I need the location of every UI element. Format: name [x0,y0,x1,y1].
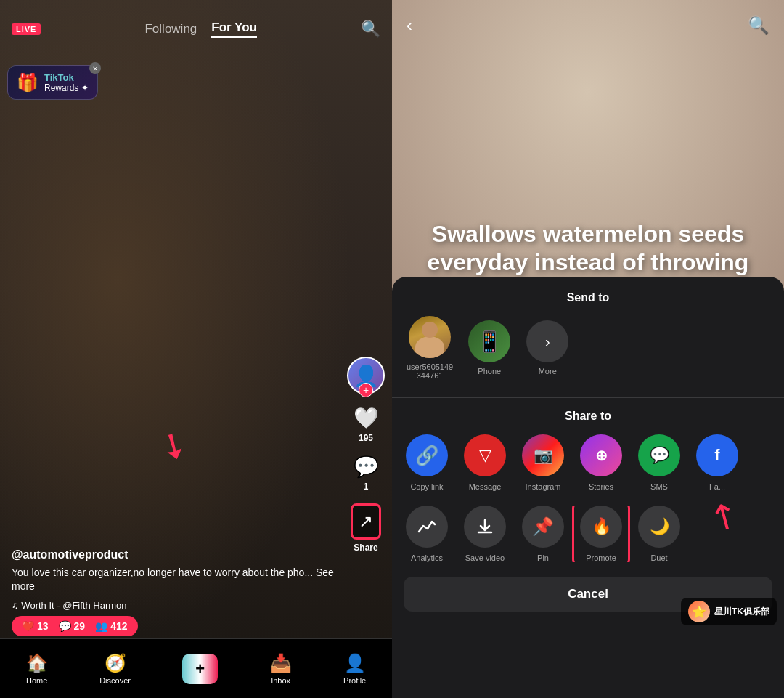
share-instagram[interactable]: 📷 Instagram [520,434,566,491]
send-to-title: Send to [392,291,784,304]
rewards-title: TikTok [44,72,89,83]
creator-username[interactable]: @automotiveproduct [12,548,334,561]
promote-icon: 🔥 [580,506,622,548]
back-button[interactable]: ‹ [407,15,412,36]
bottom-navigation: 🏠 Home 🧭 Discover + 📥 Inbox 👤 Profile [0,638,392,698]
action-promote[interactable]: 🔥 Promote [578,506,624,562]
share-sheet: Send to user5605149 344761 📱 Phone › Mor… [392,277,784,698]
right-search-icon[interactable]: 🔍 [748,15,769,36]
share-button[interactable]: ↗ Share [351,503,381,553]
share-to-title: Share to [392,410,784,423]
rewards-text: TikTok Rewards ✦ [44,72,89,93]
right-video-background: ‹ 🔍 Swallows watermelon seeds everyday i… [392,0,784,305]
share-copy-link[interactable]: 🔗 Copy link [404,434,450,491]
more-label: More [539,367,557,376]
comment-stat-icon: 💬 [59,620,71,632]
follower-stat-icon: 👥 [95,620,107,632]
nav-home[interactable]: 🏠 Home [26,653,48,685]
like-button[interactable]: 🤍 195 [354,406,379,443]
send-to-more[interactable]: › More [526,320,569,376]
share-sms[interactable]: 💬 SMS [636,434,682,491]
home-icon: 🏠 [26,653,48,673]
discover-label: Discover [99,676,131,685]
watermark-icon: ⭐ [688,601,710,622]
follow-plus-badge[interactable]: + [359,383,373,397]
creator-avatar[interactable]: 👤 + [347,357,385,394]
like-count: 195 [359,433,373,443]
inbox-label: Inbox [271,676,290,685]
instagram-label: Instagram [526,482,561,491]
stories-label: Stories [589,482,613,491]
nav-discover[interactable]: 🧭 Discover [99,653,131,685]
divider [392,397,784,398]
analytics-icon [406,506,448,548]
message-icon: ▽ [464,434,506,476]
video-info: @automotiveproduct You love this car org… [12,548,334,611]
tab-for-you[interactable]: For You [211,20,257,38]
sms-icon: 💬 [638,434,680,476]
music-info[interactable]: ♫ Worth It - @Fifth Harmon [12,600,334,611]
discover-icon: 🧭 [105,653,126,673]
comment-stat: 💬 29 [59,620,86,632]
sms-label: SMS [650,482,668,491]
right-top-bar: ‹ 🔍 [392,0,784,51]
action-save-video[interactable]: Save video [462,506,508,562]
copy-link-label: Copy link [410,482,443,491]
share-stories[interactable]: ⊕ Stories [578,434,624,491]
top-navigation: LIVE Following For You 🔍 [0,0,392,58]
watermark-text: 星川TK俱乐部 [714,606,769,618]
action-analytics[interactable]: Analytics [404,506,450,562]
rewards-banner[interactable]: ✕ 🎁 TikTok Rewards ✦ [7,65,98,100]
follower-stat-count: 412 [110,620,127,632]
share-icon-box: ↗ [351,503,381,540]
stories-icon: ⊕ [580,434,622,476]
video-overlay-text: Swallows watermelon seeds everyday inste… [392,220,784,276]
duet-label: Duet [650,553,667,562]
search-icon[interactable]: 🔍 [361,20,380,38]
right-panel: ‹ 🔍 Swallows watermelon seeds everyday i… [392,0,784,698]
share-message[interactable]: ▽ Message [462,434,508,491]
profile-label: Profile [343,676,366,685]
send-user-avatar [409,316,451,358]
home-label: Home [26,676,47,685]
action-sidebar: 👤 + 🤍 195 💬 1 ↗ Share [347,357,385,553]
phone-avatar: 📱 [468,320,510,362]
more-circle[interactable]: › [526,320,568,362]
comment-icon: 💬 [354,455,379,479]
send-to-row: user5605149 344761 📱 Phone › More [392,316,784,380]
add-button[interactable]: + [182,654,218,684]
save-video-icon [464,506,506,548]
like-stat-icon: ❤️ [22,620,34,632]
video-caption: You love this car organizer,no longer ha… [12,566,334,594]
rewards-close-button[interactable]: ✕ [89,62,101,74]
pin-label: Pin [537,553,549,562]
instagram-icon: 📷 [522,434,564,476]
phone-icon: 📱 [477,330,502,354]
send-to-phone[interactable]: 📱 Phone [467,320,511,376]
copy-link-icon: 🔗 [406,434,448,476]
share-facebook[interactable]: f Fa... [694,434,740,491]
phone-label: Phone [478,367,501,376]
save-video-label: Save video [465,553,505,562]
live-badge[interactable]: LIVE [12,23,41,35]
nav-inbox[interactable]: 📥 Inbox [270,653,292,685]
message-label: Message [469,482,502,491]
profile-icon: 👤 [344,653,366,673]
like-stat-count: 13 [37,620,49,632]
facebook-label: Fa... [709,482,725,491]
watermark: ⭐ 星川TK俱乐部 [681,598,777,625]
send-user-label: user5605149 344761 [407,362,453,380]
send-to-user[interactable]: user5605149 344761 [407,316,453,380]
promote-label: Promote [586,553,616,562]
like-stat: ❤️ 13 [22,620,49,632]
tab-following[interactable]: Following [144,22,197,36]
nav-add[interactable]: + [182,654,218,684]
comment-count: 1 [364,482,369,492]
action-duet[interactable]: 🌙 Duet [636,506,682,562]
action-pin[interactable]: 📌 Pin [520,506,566,562]
comment-button[interactable]: 💬 1 [354,455,379,492]
rewards-subtitle: Rewards ✦ [44,83,89,93]
share-icon: ↗ [359,511,373,532]
nav-profile[interactable]: 👤 Profile [343,653,366,685]
share-to-row: 🔗 Copy link ▽ Message 📷 Instagram ⊕ Stor… [392,434,784,491]
